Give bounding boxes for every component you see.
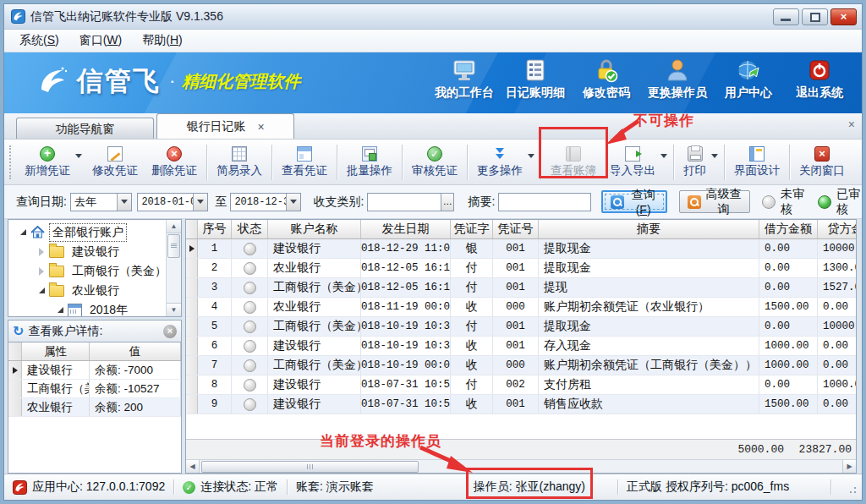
column-header-7[interactable]: 借方金额: [759, 220, 818, 238]
advanced-query-button[interactable]: 高级查询: [679, 190, 750, 213]
column-header-3[interactable]: 发生日期: [361, 220, 451, 238]
collapsed-icon[interactable]: [39, 248, 44, 256]
toolbar-button-audit-voucher[interactable]: 审核凭证: [405, 144, 464, 181]
scroll-right-icon[interactable]: ▶: [842, 460, 856, 473]
close-detail-icon[interactable]: ×: [163, 325, 177, 338]
toolbar-button-more-operate[interactable]: 更多操作: [470, 144, 538, 181]
chevron-down-icon[interactable]: [711, 154, 718, 158]
expanded-icon[interactable]: [39, 288, 45, 293]
column-header-2[interactable]: 账户名称: [268, 220, 361, 238]
toolbar-drag-handle[interactable]: [9, 145, 14, 179]
expanded-icon[interactable]: [20, 229, 26, 235]
resize-grip[interactable]: [847, 485, 857, 496]
table-row[interactable]: 9建设银行2018-07-31 10:56收001销售应收款1500.000.0…: [186, 395, 856, 414]
detail-value-cell: 余额: 200: [90, 398, 181, 416]
refresh-icon[interactable]: ↻: [13, 325, 24, 338]
chevron-down-icon[interactable]: [660, 154, 667, 158]
chevron-down-icon[interactable]: [117, 194, 131, 211]
cell-seq: 2: [198, 259, 232, 277]
category-picker-button[interactable]: …: [441, 193, 454, 211]
column-header-1[interactable]: 状态: [232, 220, 268, 238]
close-button[interactable]: ×: [830, 8, 857, 25]
tabbar-close-icon[interactable]: ×: [848, 118, 855, 131]
print-icon: [688, 146, 703, 162]
banner-button-switch-operator[interactable]: 更换操作员: [642, 58, 713, 104]
scroll-left-icon[interactable]: ◀: [186, 460, 200, 473]
column-header-8[interactable]: 贷方金额: [818, 220, 857, 238]
category-input[interactable]: [367, 193, 441, 211]
cell-summary: 提现: [539, 278, 759, 297]
table-row[interactable]: 6建设银行2018-10-19 10:30收001存入现金1000.000.00: [186, 337, 856, 356]
toolbar-button-print[interactable]: 打印: [677, 144, 721, 181]
detail-row[interactable]: 建设银行余额: -7000: [8, 361, 181, 380]
detail-column-header[interactable]: 值: [90, 342, 181, 360]
table-row[interactable]: 2农业银行2018-12-05 16:13付001提取现金0.001300.00: [186, 259, 856, 278]
banner-button-journal-detail[interactable]: 日记账明细: [500, 58, 571, 104]
toolbar-button-ui-design[interactable]: 界面设计: [727, 144, 787, 181]
table-row[interactable]: 1建设银行2018-12-29 11:03银001提取现金0.0010000.0…: [186, 239, 856, 259]
expanded-icon[interactable]: [58, 307, 63, 313]
column-header-5[interactable]: 凭证号: [493, 220, 539, 238]
chevron-down-icon[interactable]: [528, 154, 534, 158]
scrollbar-thumb[interactable]: [201, 461, 419, 473]
table-row[interactable]: 5工商银行（美金）2018-10-19 10:35付001提取现金0.00100…: [186, 317, 856, 337]
tree-item-1[interactable]: 建设银行: [8, 242, 181, 261]
banner-button-user-center[interactable]: 用户中心: [713, 58, 784, 104]
toolbar-button-edit-voucher[interactable]: 修改凭证: [85, 144, 145, 181]
brand-mark-icon: [35, 63, 72, 100]
column-header-6[interactable]: 摘要: [539, 220, 759, 238]
banner-button-change-password[interactable]: 修改密码: [571, 58, 642, 104]
tab-bank-journal[interactable]: 银行日记账×: [156, 113, 294, 139]
table-row[interactable]: 8建设银行2018-07-31 10:57付002支付房租0.001000.00: [186, 375, 856, 395]
tree-item-4[interactable]: 2018年: [8, 300, 181, 317]
detail-row[interactable]: 工商银行（美余额: -10527: [8, 380, 181, 398]
toolbar-button-batch-operate[interactable]: 批量操作: [340, 144, 399, 181]
scrollbar-thumb[interactable]: [167, 234, 180, 258]
table-row[interactable]: 3工商银行（美金）2018-12-05 16:12付001提现0.001527.…: [186, 278, 856, 298]
tree-item-2[interactable]: 工商银行（美金）: [8, 261, 181, 281]
cell-word: 付: [451, 317, 493, 336]
minimize-button[interactable]: [773, 8, 799, 25]
summary-input[interactable]: [498, 193, 591, 211]
menu-item-2[interactable]: 帮助(H): [132, 33, 192, 48]
detail-row[interactable]: 农业银行余额: 200: [8, 398, 181, 417]
restore-button[interactable]: [802, 8, 828, 25]
scroll-down-icon[interactable]: ▼: [167, 303, 181, 316]
tree-scrollbar[interactable]: ▲ ▼: [166, 220, 181, 316]
tree-item-label: 工商银行（美金）: [69, 263, 169, 280]
banner-button-exit-system[interactable]: 退出系统: [784, 58, 855, 104]
chevron-down-icon[interactable]: [75, 154, 82, 158]
date-to-select[interactable]: 2018-12-31: [230, 193, 301, 211]
horizontal-scrollbar[interactable]: ◀ ▶: [186, 459, 856, 473]
close-tab-icon[interactable]: ×: [257, 121, 264, 133]
date-range-select[interactable]: 去年: [70, 193, 133, 211]
tree-item-0[interactable]: 全部银行账户: [8, 222, 181, 242]
collapsed-icon[interactable]: [39, 267, 44, 276]
legend-audited[interactable]: 已审核: [818, 187, 862, 217]
banner-button-workbench[interactable]: 我的工作台: [429, 58, 500, 104]
column-header-0[interactable]: 序号: [198, 220, 232, 238]
toolbar-button-close-window[interactable]: 关闭窗口: [792, 144, 852, 181]
banner-button-label: 修改密码: [583, 85, 630, 101]
menu-item-0[interactable]: 系统(S): [9, 33, 69, 48]
toolbar-button-delete-voucher[interactable]: 删除凭证: [145, 144, 204, 181]
date-from-select[interactable]: 2018-01-01: [137, 193, 208, 211]
tree-item-3[interactable]: 农业银行: [8, 281, 181, 300]
toolbar-button-import-export[interactable]: 导入导出: [603, 144, 671, 181]
table-row[interactable]: 7工商银行（美金）2018-10-19 00:00收000账户期初余额凭证（工商…: [186, 356, 856, 375]
chevron-down-icon[interactable]: [193, 194, 207, 211]
detail-column-header[interactable]: 属性: [22, 342, 90, 360]
toolbar-button-easy-entry[interactable]: 简易录入: [210, 144, 269, 181]
app-center-status: 应用中心: 127.0.0.1:7092: [32, 479, 165, 495]
scroll-up-icon[interactable]: ▲: [167, 220, 181, 233]
cell-no: 001: [493, 278, 539, 297]
table-row[interactable]: 4农业银行2018-11-19 00:00收000账户期初余额凭证（农业银行）1…: [186, 298, 856, 317]
menu-item-1[interactable]: 窗口(W): [69, 33, 133, 48]
toolbar-button-view-voucher[interactable]: 查看凭证: [275, 144, 334, 181]
chevron-down-icon[interactable]: [286, 194, 300, 211]
query-button[interactable]: 查询(F): [601, 190, 667, 213]
column-header-4[interactable]: 凭证字: [451, 220, 493, 238]
legend-unaudited[interactable]: 未审核: [762, 187, 806, 217]
tab-nav[interactable]: 功能导航窗: [16, 118, 154, 139]
toolbar-button-add-voucher[interactable]: 新增凭证: [18, 144, 85, 181]
